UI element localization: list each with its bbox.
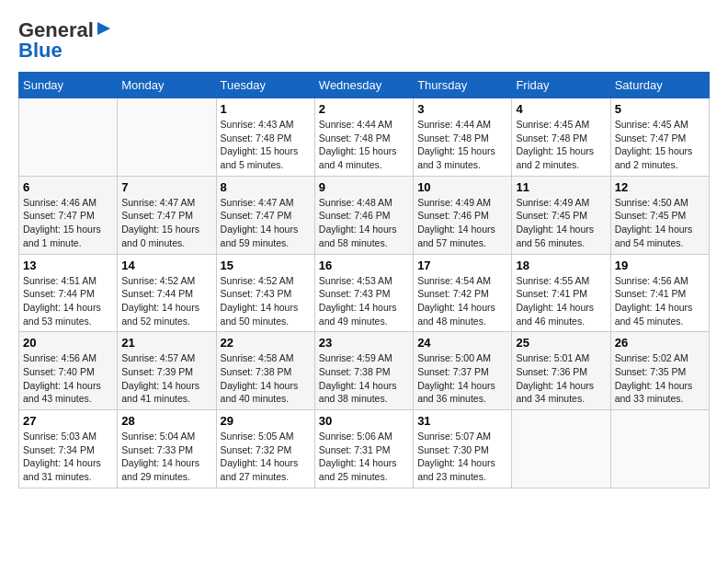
day-info: Sunrise: 4:53 AM Sunset: 7:43 PM Dayligh…	[319, 274, 409, 328]
day-number: 10	[417, 180, 507, 194]
calendar-cell: 25Sunrise: 5:01 AM Sunset: 7:36 PM Dayli…	[512, 332, 610, 410]
calendar-cell: 10Sunrise: 4:49 AM Sunset: 7:46 PM Dayli…	[414, 176, 512, 254]
weekday-header: Sunday	[19, 73, 118, 98]
calendar-cell	[19, 98, 118, 177]
calendar-cell: 17Sunrise: 4:54 AM Sunset: 7:42 PM Dayli…	[414, 254, 512, 332]
calendar-cell: 1Sunrise: 4:43 AM Sunset: 7:48 PM Daylig…	[216, 98, 314, 177]
day-info: Sunrise: 4:47 AM Sunset: 7:47 PM Dayligh…	[121, 196, 211, 250]
day-info: Sunrise: 4:49 AM Sunset: 7:46 PM Dayligh…	[417, 196, 507, 250]
day-info: Sunrise: 4:59 AM Sunset: 7:38 PM Dayligh…	[319, 351, 409, 406]
calendar-cell: 22Sunrise: 4:58 AM Sunset: 7:38 PM Dayli…	[216, 332, 314, 410]
day-info: Sunrise: 4:58 AM Sunset: 7:38 PM Dayligh…	[221, 351, 311, 406]
calendar-cell: 28Sunrise: 5:04 AM Sunset: 7:33 PM Dayli…	[118, 410, 216, 488]
calendar-cell: 27Sunrise: 5:03 AM Sunset: 7:34 PM Dayli…	[19, 410, 118, 488]
calendar-cell: 20Sunrise: 4:56 AM Sunset: 7:40 PM Dayli…	[19, 332, 118, 410]
calendar-cell: 21Sunrise: 4:57 AM Sunset: 7:39 PM Dayli…	[118, 332, 216, 410]
calendar-cell	[610, 410, 709, 488]
svg-marker-0	[97, 22, 110, 35]
weekday-header: Monday	[118, 73, 216, 98]
calendar-cell	[118, 98, 216, 177]
calendar-cell: 24Sunrise: 5:00 AM Sunset: 7:37 PM Dayli…	[414, 332, 512, 410]
calendar-table: SundayMondayTuesdayWednesdayThursdayFrid…	[18, 72, 710, 488]
day-info: Sunrise: 5:03 AM Sunset: 7:34 PM Dayligh…	[23, 430, 113, 484]
day-info: Sunrise: 4:45 AM Sunset: 7:47 PM Dayligh…	[615, 118, 705, 172]
day-number: 29	[221, 414, 311, 428]
day-number: 18	[516, 259, 606, 272]
day-number: 4	[516, 102, 606, 116]
calendar-cell	[512, 410, 610, 488]
calendar-cell: 29Sunrise: 5:05 AM Sunset: 7:32 PM Dayli…	[216, 410, 314, 488]
day-info: Sunrise: 4:44 AM Sunset: 7:48 PM Dayligh…	[417, 118, 507, 172]
calendar-cell: 16Sunrise: 4:53 AM Sunset: 7:43 PM Dayli…	[314, 254, 413, 332]
day-info: Sunrise: 4:51 AM Sunset: 7:44 PM Dayligh…	[23, 274, 113, 328]
day-number: 9	[319, 180, 409, 194]
calendar-week-row: 6Sunrise: 4:46 AM Sunset: 7:47 PM Daylig…	[19, 176, 710, 254]
calendar-week-row: 20Sunrise: 4:56 AM Sunset: 7:40 PM Dayli…	[19, 332, 710, 410]
day-number: 20	[23, 336, 113, 350]
weekday-header: Friday	[512, 73, 610, 98]
day-info: Sunrise: 4:50 AM Sunset: 7:45 PM Dayligh…	[615, 196, 705, 250]
calendar-cell: 26Sunrise: 5:02 AM Sunset: 7:35 PM Dayli…	[610, 332, 709, 410]
calendar-header-row: SundayMondayTuesdayWednesdayThursdayFrid…	[19, 73, 710, 98]
calendar-cell: 13Sunrise: 4:51 AM Sunset: 7:44 PM Dayli…	[19, 254, 118, 332]
day-number: 3	[417, 102, 507, 116]
calendar-cell: 6Sunrise: 4:46 AM Sunset: 7:47 PM Daylig…	[19, 176, 118, 254]
day-number: 13	[23, 259, 113, 272]
day-number: 24	[417, 336, 507, 350]
calendar-cell: 8Sunrise: 4:47 AM Sunset: 7:47 PM Daylig…	[216, 176, 314, 254]
day-number: 23	[319, 336, 409, 350]
day-number: 15	[221, 259, 311, 272]
day-info: Sunrise: 5:04 AM Sunset: 7:33 PM Dayligh…	[121, 430, 211, 484]
day-number: 16	[319, 259, 409, 272]
day-info: Sunrise: 4:55 AM Sunset: 7:41 PM Dayligh…	[516, 274, 606, 328]
day-number: 30	[319, 414, 409, 428]
day-number: 8	[221, 180, 311, 194]
day-number: 26	[615, 336, 705, 350]
day-number: 25	[516, 336, 606, 350]
calendar-cell: 30Sunrise: 5:06 AM Sunset: 7:31 PM Dayli…	[314, 410, 413, 488]
calendar-cell: 3Sunrise: 4:44 AM Sunset: 7:48 PM Daylig…	[414, 98, 512, 177]
day-info: Sunrise: 5:00 AM Sunset: 7:37 PM Dayligh…	[417, 351, 507, 406]
day-info: Sunrise: 4:54 AM Sunset: 7:42 PM Dayligh…	[417, 274, 507, 328]
calendar-cell: 12Sunrise: 4:50 AM Sunset: 7:45 PM Dayli…	[610, 176, 709, 254]
day-number: 17	[417, 259, 507, 272]
page-header: General Blue	[18, 18, 710, 63]
day-number: 27	[23, 414, 113, 428]
weekday-header: Wednesday	[314, 73, 413, 98]
calendar-cell: 14Sunrise: 4:52 AM Sunset: 7:44 PM Dayli…	[118, 254, 216, 332]
weekday-header: Tuesday	[216, 73, 314, 98]
day-info: Sunrise: 5:05 AM Sunset: 7:32 PM Dayligh…	[221, 430, 311, 484]
day-info: Sunrise: 4:56 AM Sunset: 7:40 PM Dayligh…	[23, 351, 113, 406]
day-number: 6	[23, 180, 113, 194]
day-info: Sunrise: 4:49 AM Sunset: 7:45 PM Dayligh…	[516, 196, 606, 250]
weekday-header: Thursday	[414, 73, 512, 98]
day-number: 14	[121, 259, 211, 272]
day-number: 21	[121, 336, 211, 350]
calendar-cell: 18Sunrise: 4:55 AM Sunset: 7:41 PM Dayli…	[512, 254, 610, 332]
day-info: Sunrise: 4:44 AM Sunset: 7:48 PM Dayligh…	[319, 118, 409, 172]
day-info: Sunrise: 4:52 AM Sunset: 7:44 PM Dayligh…	[121, 274, 211, 328]
day-info: Sunrise: 4:43 AM Sunset: 7:48 PM Dayligh…	[221, 118, 311, 172]
day-info: Sunrise: 4:48 AM Sunset: 7:46 PM Dayligh…	[319, 196, 409, 250]
day-info: Sunrise: 4:45 AM Sunset: 7:48 PM Dayligh…	[516, 118, 606, 172]
calendar-cell: 5Sunrise: 4:45 AM Sunset: 7:47 PM Daylig…	[610, 98, 709, 177]
day-info: Sunrise: 5:06 AM Sunset: 7:31 PM Dayligh…	[319, 430, 409, 484]
calendar-cell: 31Sunrise: 5:07 AM Sunset: 7:30 PM Dayli…	[414, 410, 512, 488]
day-info: Sunrise: 4:47 AM Sunset: 7:47 PM Dayligh…	[221, 196, 311, 250]
day-number: 19	[615, 259, 705, 272]
day-number: 31	[417, 414, 507, 428]
calendar-cell: 4Sunrise: 4:45 AM Sunset: 7:48 PM Daylig…	[512, 98, 610, 177]
day-number: 1	[221, 102, 311, 116]
logo-blue-text: Blue	[18, 39, 63, 63]
calendar-cell: 23Sunrise: 4:59 AM Sunset: 7:38 PM Dayli…	[314, 332, 413, 410]
day-number: 7	[121, 180, 211, 194]
day-info: Sunrise: 4:52 AM Sunset: 7:43 PM Dayligh…	[221, 274, 311, 328]
logo: General Blue	[18, 18, 112, 63]
calendar-cell: 7Sunrise: 4:47 AM Sunset: 7:47 PM Daylig…	[118, 176, 216, 254]
day-info: Sunrise: 5:02 AM Sunset: 7:35 PM Dayligh…	[615, 351, 705, 406]
calendar-cell: 2Sunrise: 4:44 AM Sunset: 7:48 PM Daylig…	[314, 98, 413, 177]
calendar-cell: 19Sunrise: 4:56 AM Sunset: 7:41 PM Dayli…	[610, 254, 709, 332]
day-info: Sunrise: 5:07 AM Sunset: 7:30 PM Dayligh…	[417, 430, 507, 484]
calendar-week-row: 13Sunrise: 4:51 AM Sunset: 7:44 PM Dayli…	[19, 254, 710, 332]
day-number: 12	[615, 180, 705, 194]
